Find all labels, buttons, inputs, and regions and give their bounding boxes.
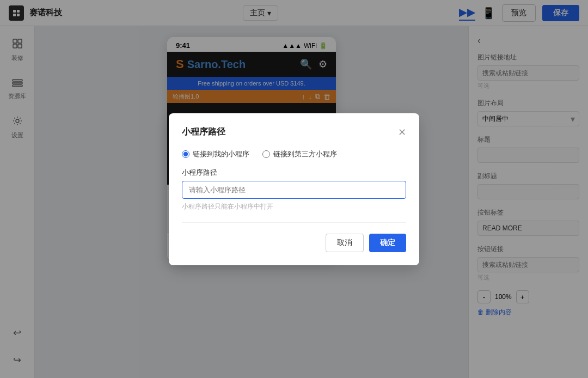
path-hint: 小程序路径只能在小程序中打开 (182, 202, 406, 211)
radio-my-miniprogram-label: 链接到我的小程序 (193, 149, 249, 159)
path-field-label: 小程序路径 (182, 168, 406, 178)
cancel-button[interactable]: 取消 (326, 234, 364, 252)
radio-third-miniprogram-label: 链接到第三方小程序 (273, 149, 337, 159)
miniprogram-path-dialog: 小程序路径 ✕ 链接到我的小程序 链接到第三方小程序 小程序路径 小程序路径只能… (169, 113, 419, 265)
confirm-button[interactable]: 确定 (369, 234, 406, 252)
dialog-title: 小程序路径 (182, 126, 225, 138)
radio-my-miniprogram-input[interactable] (182, 150, 189, 158)
modal-overlay: 小程序路径 ✕ 链接到我的小程序 链接到第三方小程序 小程序路径 小程序路径只能… (0, 0, 588, 378)
dialog-footer: 取消 确定 (182, 234, 406, 252)
dialog-radio-group: 链接到我的小程序 链接到第三方小程序 (182, 149, 406, 159)
path-input[interactable] (182, 181, 406, 199)
dialog-header: 小程序路径 ✕ (182, 126, 406, 138)
radio-third-miniprogram[interactable]: 链接到第三方小程序 (262, 149, 337, 159)
radio-my-miniprogram[interactable]: 链接到我的小程序 (182, 149, 249, 159)
dialog-divider (182, 222, 406, 223)
dialog-close-button[interactable]: ✕ (398, 126, 406, 138)
radio-third-miniprogram-input[interactable] (262, 150, 270, 158)
